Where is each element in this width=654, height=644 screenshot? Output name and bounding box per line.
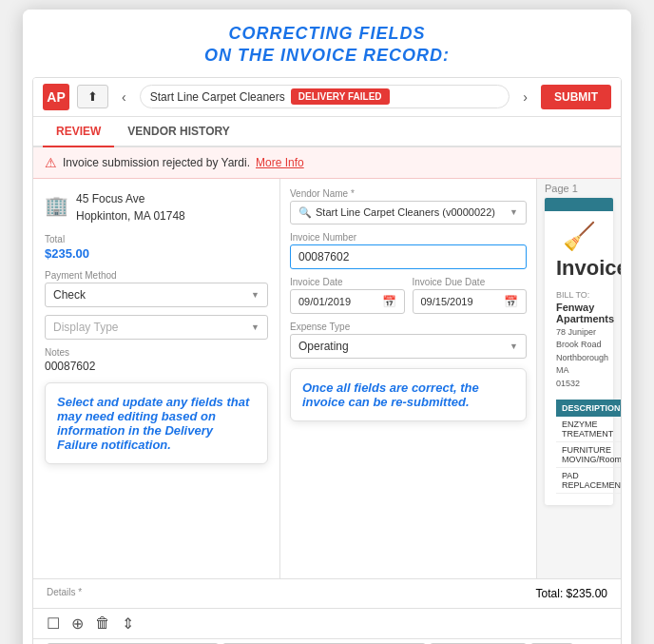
preview-bill-to-address: 78 Juniper Brook RoadNorthborough MA0153… [556,326,602,391]
preview-row-3: PAD REPLACEMENT/YRD [556,468,621,494]
preview-table: DESCRIPTION ENZYME TREATMENT FURNITURE M… [556,400,621,494]
payment-method-select[interactable]: Check [45,283,268,307]
vendor-pill: Start Line Carpet Cleaners DELIVERY FAIL… [140,85,510,108]
vendor-name-select[interactable]: 🔍 Start Line Carpet Cleaners (v0000022) [290,201,527,224]
address-section: 🏢 45 Focus Ave Hopkinton, MA 01748 [45,190,268,224]
preview-table-header: DESCRIPTION [556,400,621,417]
notes-group: Notes 00087602 [45,347,268,373]
form-panel: Vendor Name * 🔍 Start Line Carpet Cleane… [280,179,537,578]
invoice-preview-panel: Page 1 🧹 Invoice BILL TO: Fenway Apartme… [537,179,621,578]
total-section: Total $235.00 [45,234,268,261]
notes-value: 00087602 [45,360,268,373]
line-items-row: Entity fa78 - Fenway Apartments GL Accou… [33,638,621,644]
delete-icon[interactable]: 🗑 [95,615,110,632]
vendor-search-icon: 🔍 [298,206,312,219]
tab-vendor-history[interactable]: VENDOR HISTORY [114,117,242,147]
display-type-select[interactable]: Display Type [45,315,268,340]
invoice-due-date-input[interactable]: 09/15/2019 📅 [413,289,528,314]
preview-bill-to-company: Fenway Apartments [556,302,602,324]
alert-message: Invoice submission rejected by Yardi. [63,156,250,169]
tutorial-header: CORRECTING FIELDS ON THE INVOICE RECORD: [23,10,631,77]
checkbox-icon[interactable]: ☐ [47,615,60,633]
total-value: $235.00 [45,246,268,261]
main-content: 🏢 45 Focus Ave Hopkinton, MA 01748 Total… [33,179,621,578]
date-row: Invoice Date 09/01/2019 📅 Invoice Due Da… [290,277,527,314]
invoice-due-date-group: Invoice Due Date 09/15/2019 📅 [413,277,528,314]
more-info-link[interactable]: More Info [256,156,304,169]
payment-method-group: Payment Method Check [45,270,268,307]
vendor-name-group: Vendor Name * 🔍 Start Line Carpet Cleane… [290,188,527,224]
left-panel: 🏢 45 Focus Ave Hopkinton, MA 01748 Total… [33,179,280,578]
expense-type-group: Expense Type Operating [290,322,527,359]
tabs-bar: REVIEW VENDOR HISTORY [33,117,621,147]
bottom-total: Total: $235.00 [536,587,607,600]
add-icon[interactable]: ⊕ [71,615,84,633]
invoice-number-label: Invoice Number [290,232,527,243]
preview-bill-to-label: BILL TO: [556,290,602,300]
invoice-date-label: Invoice Date [290,277,405,287]
invoice-preview: 🧹 Invoice BILL TO: Fenway Apartments 78 … [545,198,613,506]
nav-prev-button[interactable]: ‹ [116,88,132,107]
building-icon: 🏢 [45,194,68,217]
address-line2: Hopkinton, MA 01748 [76,207,185,224]
callout-left: Select and update any fields that may ne… [45,382,268,464]
invoice-number-group: Invoice Number [290,232,527,269]
vacuum-icon: 🧹 [556,221,602,252]
preview-row-2: FURNITURE MOVING/Room [556,442,621,468]
upload-button[interactable]: ⬆ [77,85,108,108]
invoice-due-date-label: Invoice Due Date [413,277,528,287]
notes-label: Notes [45,347,268,358]
vendor-name-display: Start Line Carpet Cleaners [150,90,285,104]
split-icon[interactable]: ⇕ [122,615,134,633]
page-label: Page 1 [537,179,621,198]
callout-right: Once all fields are correct, the invoice… [290,368,527,421]
vendor-name-label: Vendor Name * [290,188,527,199]
delivery-failed-badge: DELIVERY FAILED [291,88,390,105]
callout-right-text: Once all fields are correct, the invoice… [302,381,479,409]
address-line1: 45 Focus Ave [76,190,185,207]
display-type-group: Display Type [45,315,268,340]
tutorial-title: CORRECTING FIELDS ON THE INVOICE RECORD: [32,23,622,68]
preview-row-1: ENZYME TREATMENT [556,417,621,442]
expense-type-select[interactable]: Operating [290,334,527,359]
nav-next-button[interactable]: › [517,88,533,107]
bottom-bar: Details * Total: $235.00 [33,578,621,608]
details-icons-row: ☐ ⊕ 🗑 ⇕ [33,608,621,638]
total-label: Total [45,234,268,244]
payment-method-label: Payment Method [45,270,268,281]
preview-invoice-title: Invoice [556,256,602,281]
calendar-icon-2: 📅 [504,295,518,308]
invoice-date-input[interactable]: 09/01/2019 📅 [290,289,405,314]
address-block: 45 Focus Ave Hopkinton, MA 01748 [76,190,185,224]
alert-bar: ⚠ Invoice submission rejected by Yardi. … [33,147,621,179]
tab-review[interactable]: REVIEW [43,117,114,147]
callout-left-text: Select and update any fields that may ne… [57,395,249,452]
top-bar: AP ⬆ ‹ Start Line Carpet Cleaners DELIVE… [33,78,621,117]
submit-button[interactable]: SUBMIT [541,85,611,109]
app-chrome: AP ⬆ ‹ Start Line Carpet Cleaners DELIVE… [32,77,622,644]
app-logo: AP [43,84,69,110]
details-label: Details * [47,587,82,597]
calendar-icon-1: 📅 [382,295,396,308]
preview-header-bar [545,198,613,211]
display-type-label: Display Type [53,321,118,334]
invoice-number-input[interactable] [290,244,527,269]
expense-type-label: Expense Type [290,322,527,332]
invoice-date-group: Invoice Date 09/01/2019 📅 [290,277,405,314]
alert-icon: ⚠ [45,155,57,170]
